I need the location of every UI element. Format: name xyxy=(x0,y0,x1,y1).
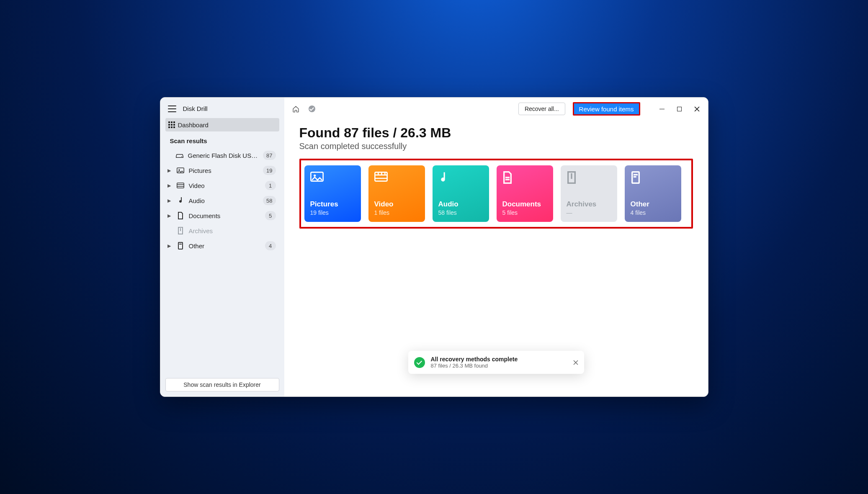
card-archives[interactable]: Archives — xyxy=(561,165,617,222)
toast-close-button[interactable] xyxy=(573,360,578,365)
summary-headline: Found 87 files / 26.3 MB xyxy=(299,125,693,141)
minimize-button[interactable] xyxy=(659,105,665,112)
nav-dashboard-label: Dashboard xyxy=(178,121,209,129)
card-title: Archives xyxy=(567,200,611,208)
card-documents[interactable]: Documents 5 files xyxy=(497,165,553,222)
video-icon xyxy=(374,171,419,187)
check-icon[interactable] xyxy=(308,105,316,113)
sidebar-item-label: Archives xyxy=(189,227,276,234)
document-icon xyxy=(176,212,185,219)
chevron-right-icon: ▶ xyxy=(166,183,172,188)
app-window: Disk Drill Dashboard Scan results Generi… xyxy=(160,97,708,397)
nav-dashboard[interactable]: Dashboard xyxy=(165,118,279,131)
audio-icon xyxy=(176,197,185,204)
svg-rect-3 xyxy=(177,183,184,188)
card-video[interactable]: Video 1 files xyxy=(368,165,425,222)
picture-icon xyxy=(310,171,355,187)
toast-sub: 87 files / 26.3 MB found xyxy=(431,363,518,369)
svg-point-10 xyxy=(314,175,316,177)
recover-all-button[interactable]: Recover all... xyxy=(518,103,565,115)
card-sub: 1 files xyxy=(374,209,419,216)
count-badge: 1 xyxy=(265,181,276,190)
sidebar-item-video[interactable]: ▶ Video 1 xyxy=(165,178,279,193)
section-scan-results: Scan results xyxy=(165,131,279,148)
sidebar-item-other[interactable]: ▶ Other 4 xyxy=(165,238,279,253)
card-audio[interactable]: Audio 58 files xyxy=(433,165,489,222)
close-button[interactable] xyxy=(694,105,701,112)
chevron-right-icon: ▶ xyxy=(166,213,172,219)
review-found-items-button[interactable]: Review found items xyxy=(573,102,640,116)
sidebar-item-audio[interactable]: ▶ Audio 58 xyxy=(165,193,279,208)
card-title: Pictures xyxy=(310,200,355,208)
sidebar: Disk Drill Dashboard Scan results Generi… xyxy=(160,98,284,396)
grid-icon xyxy=(167,121,176,128)
card-sub: — xyxy=(567,209,611,216)
card-other[interactable]: Other 4 files xyxy=(625,165,681,222)
content: Found 87 files / 26.3 MB Scan completed … xyxy=(284,118,708,229)
app-title: Disk Drill xyxy=(183,105,208,112)
card-sub: 5 files xyxy=(502,209,547,216)
summary-subline: Scan completed successfully xyxy=(299,142,693,151)
document-icon xyxy=(502,171,547,187)
sidebar-item-pictures[interactable]: ▶ Pictures 19 xyxy=(165,163,279,178)
sidebar-item-label: Documents xyxy=(189,212,261,219)
sidebar-item-archives[interactable]: ▶ Archives xyxy=(165,223,279,238)
count-badge: 4 xyxy=(265,241,276,250)
card-title: Audio xyxy=(438,200,483,208)
svg-point-2 xyxy=(178,169,180,170)
count-badge: 19 xyxy=(263,166,276,175)
svg-rect-7 xyxy=(178,242,183,249)
picture-icon xyxy=(176,167,185,173)
window-controls xyxy=(659,105,701,112)
archive-icon xyxy=(176,227,185,234)
card-sub: 58 files xyxy=(438,209,483,216)
device-count: 87 xyxy=(263,151,276,160)
archive-icon xyxy=(567,171,611,187)
sidebar-footer: Show scan results in Explorer xyxy=(165,378,279,391)
chevron-right-icon: ▶ xyxy=(166,168,172,173)
card-title: Video xyxy=(374,200,419,208)
other-icon xyxy=(176,242,185,250)
sidebar-item-documents[interactable]: ▶ Documents 5 xyxy=(165,208,279,223)
count-badge: 5 xyxy=(265,211,276,220)
drive-icon xyxy=(175,152,184,158)
card-title: Documents xyxy=(502,200,547,208)
hamburger-icon[interactable] xyxy=(168,105,176,112)
card-title: Other xyxy=(631,200,675,208)
other-icon xyxy=(631,171,675,187)
chevron-right-icon: ▶ xyxy=(166,243,172,249)
card-pictures[interactable]: Pictures 19 files xyxy=(304,165,361,222)
device-label: Generic Flash Disk USB D... xyxy=(188,152,259,159)
home-icon[interactable] xyxy=(292,105,300,113)
card-sub: 19 files xyxy=(310,209,355,216)
show-in-explorer-button[interactable]: Show scan results in Explorer xyxy=(165,378,279,391)
sidebar-item-label: Other xyxy=(189,242,261,250)
toolbar: Recover all... Review found items xyxy=(284,100,708,118)
main: Recover all... Review found items Found … xyxy=(284,98,708,396)
card-sub: 4 files xyxy=(631,209,675,216)
toast: All recovery methods complete 87 files /… xyxy=(408,351,584,374)
device-item[interactable]: Generic Flash Disk USB D... 87 xyxy=(165,148,279,163)
svg-point-0 xyxy=(181,156,182,157)
toast-title: All recovery methods complete xyxy=(431,356,518,363)
audio-icon xyxy=(438,171,483,187)
chevron-right-icon: ▶ xyxy=(166,198,172,203)
sidebar-item-label: Audio xyxy=(189,197,259,204)
sidebar-header: Disk Drill xyxy=(165,103,279,118)
maximize-button[interactable] xyxy=(676,105,683,112)
category-cards: Pictures 19 files Video 1 files Audio 58… xyxy=(299,159,693,229)
video-icon xyxy=(176,183,185,188)
toast-text: All recovery methods complete 87 files /… xyxy=(431,356,518,369)
sidebar-item-label: Pictures xyxy=(189,167,259,174)
sidebar-item-label: Video xyxy=(189,182,261,189)
success-icon xyxy=(414,357,425,368)
count-badge: 58 xyxy=(263,196,276,205)
